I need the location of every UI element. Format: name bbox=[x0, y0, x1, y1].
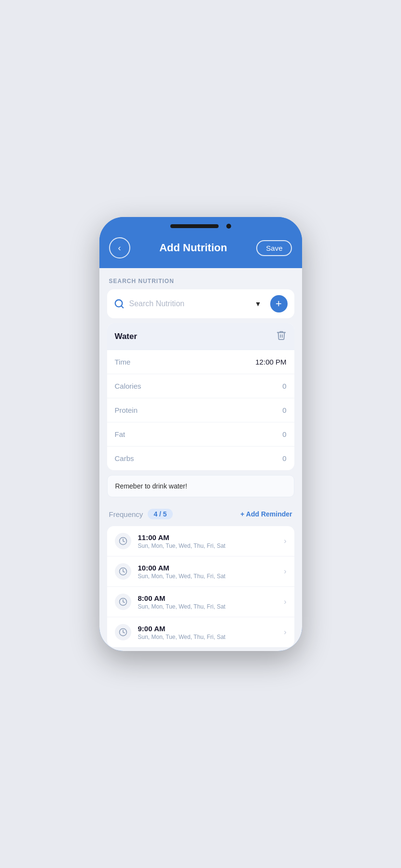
reminder-info: 9:00 AM Sun, Mon, Tue, Wed, Thu, Fri, Sa… bbox=[138, 624, 277, 640]
reminder-info: 11:00 AM Sun, Mon, Tue, Wed, Thu, Fri, S… bbox=[138, 533, 277, 549]
back-button[interactable]: ‹ bbox=[109, 237, 130, 258]
clock-icon bbox=[115, 624, 131, 640]
reminder-time: 11:00 AM bbox=[138, 533, 277, 542]
svg-line-1 bbox=[121, 306, 123, 308]
reminder-days: Sun, Mon, Tue, Wed, Thu, Fri, Sat bbox=[138, 603, 277, 610]
phone-frame: ‹ Add Nutrition Save SEARCH NUTRITION Se… bbox=[99, 217, 302, 651]
protein-label: Protein bbox=[115, 406, 138, 414]
search-section-label: SEARCH NUTRITION bbox=[99, 268, 302, 289]
calories-field: Calories 0 bbox=[107, 374, 294, 398]
list-item[interactable]: 11:00 AM Sun, Mon, Tue, Wed, Thu, Fri, S… bbox=[107, 526, 294, 556]
carbs-label: Carbs bbox=[115, 454, 134, 462]
list-item[interactable]: 8:00 AM Sun, Mon, Tue, Wed, Thu, Fri, Sa… bbox=[107, 587, 294, 617]
calories-value: 0 bbox=[282, 382, 286, 390]
reminder-time: 9:00 AM bbox=[138, 624, 277, 633]
search-icon bbox=[114, 298, 124, 309]
reminder-note: Remeber to drink water! bbox=[107, 475, 294, 497]
app-header: ‹ Add Nutrition Save bbox=[99, 231, 302, 268]
frequency-row: Frequency 4 / 5 + Add Reminder bbox=[99, 502, 302, 526]
fat-value: 0 bbox=[282, 430, 286, 438]
list-item[interactable]: 10:00 AM Sun, Mon, Tue, Wed, Thu, Fri, S… bbox=[107, 556, 294, 587]
reminder-days: Sun, Mon, Tue, Wed, Thu, Fri, Sat bbox=[138, 634, 277, 640]
chevron-right-icon: › bbox=[284, 628, 286, 637]
add-reminder-button[interactable]: + Add Reminder bbox=[240, 510, 292, 518]
chevron-right-icon: › bbox=[284, 567, 286, 576]
time-value: 12:00 PM bbox=[255, 358, 286, 366]
notch-pill bbox=[170, 224, 219, 228]
search-bar[interactable]: Search Nutrition ▼ + bbox=[107, 289, 294, 318]
protein-field: Protein 0 bbox=[107, 398, 294, 422]
save-button[interactable]: Save bbox=[256, 240, 292, 256]
chevron-down-icon[interactable]: ▼ bbox=[255, 300, 262, 308]
add-nutrition-button[interactable]: + bbox=[270, 295, 288, 312]
notch-camera bbox=[226, 224, 231, 229]
calories-label: Calories bbox=[115, 382, 141, 390]
carbs-value: 0 bbox=[282, 454, 286, 462]
clock-icon bbox=[115, 563, 131, 580]
fat-label: Fat bbox=[115, 430, 125, 438]
frequency-left: Frequency 4 / 5 bbox=[109, 509, 173, 519]
search-input[interactable]: Search Nutrition bbox=[129, 299, 250, 308]
protein-value: 0 bbox=[282, 406, 286, 414]
chevron-right-icon: › bbox=[284, 597, 286, 606]
nutrition-card: Water Time 12:00 PM Calories 0 bbox=[107, 323, 294, 470]
clock-icon bbox=[115, 533, 131, 549]
reminder-info: 8:00 AM Sun, Mon, Tue, Wed, Thu, Fri, Sa… bbox=[138, 594, 277, 610]
fat-field: Fat 0 bbox=[107, 422, 294, 447]
clock-icon bbox=[115, 594, 131, 610]
reminder-time: 8:00 AM bbox=[138, 594, 277, 602]
delete-icon[interactable] bbox=[276, 330, 287, 343]
carbs-field: Carbs 0 bbox=[107, 447, 294, 470]
item-name: Water bbox=[115, 332, 138, 341]
reminders-list: 11:00 AM Sun, Mon, Tue, Wed, Thu, Fri, S… bbox=[107, 526, 294, 647]
notch-area bbox=[99, 217, 302, 231]
reminder-time: 10:00 AM bbox=[138, 564, 277, 572]
page-title: Add Nutrition bbox=[159, 242, 227, 254]
reminder-days: Sun, Mon, Tue, Wed, Thu, Fri, Sat bbox=[138, 573, 277, 580]
frequency-label: Frequency bbox=[109, 510, 143, 518]
card-header: Water bbox=[107, 323, 294, 350]
frequency-badge: 4 / 5 bbox=[148, 509, 172, 519]
list-item[interactable]: 9:00 AM Sun, Mon, Tue, Wed, Thu, Fri, Sa… bbox=[107, 617, 294, 647]
reminder-days: Sun, Mon, Tue, Wed, Thu, Fri, Sat bbox=[138, 542, 277, 549]
chevron-right-icon: › bbox=[284, 537, 286, 545]
content-area: SEARCH NUTRITION Search Nutrition ▼ + Wa… bbox=[99, 268, 302, 651]
time-label: Time bbox=[115, 358, 131, 366]
reminder-info: 10:00 AM Sun, Mon, Tue, Wed, Thu, Fri, S… bbox=[138, 564, 277, 580]
time-field: Time 12:00 PM bbox=[107, 350, 294, 374]
